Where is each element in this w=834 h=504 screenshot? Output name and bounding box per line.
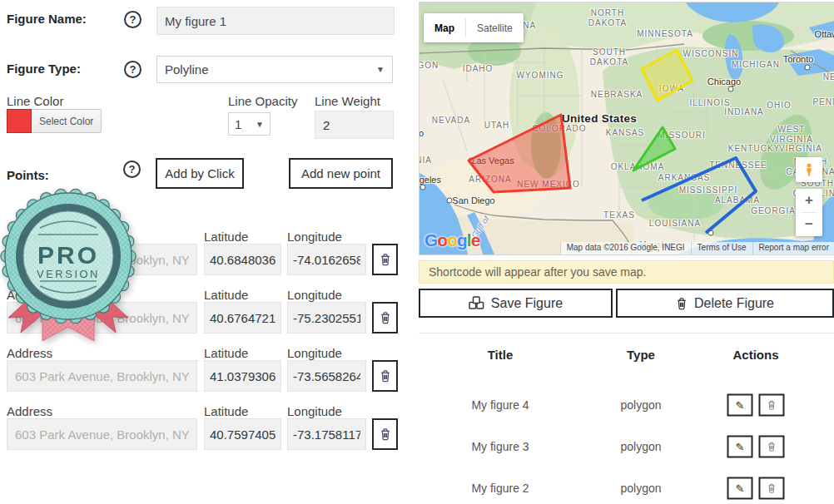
street-view-pegman-button[interactable] [796, 157, 822, 182]
points-label: Points: [7, 168, 49, 182]
select-color-label: Select Color [39, 116, 93, 127]
figure-type: polygon [620, 398, 661, 412]
address-label: Address [7, 404, 52, 418]
address-input[interactable] [7, 418, 197, 450]
shortcode-notice-text: Shortcode will appear after you save map… [429, 265, 646, 279]
point-row: Address Latitude Longitude [0, 230, 400, 288]
delete-point-button[interactable] [372, 360, 398, 392]
figure-type-label: Figure Type: [7, 62, 81, 76]
figure-type-help-icon[interactable]: ? [124, 61, 141, 78]
delete-figure-row-button[interactable] [759, 436, 785, 458]
save-figure-button[interactable]: Save Figure [419, 289, 613, 318]
delete-figure-row-button[interactable] [759, 477, 785, 500]
longitude-input[interactable] [287, 302, 366, 334]
latitude-label: Latitude [204, 404, 248, 418]
add-new-point-button[interactable]: Add new point [289, 158, 393, 189]
longitude-input[interactable] [287, 244, 366, 275]
edit-figure-button[interactable]: ✎ [727, 394, 753, 417]
figure-actions: ✎ [727, 477, 785, 500]
google-logo[interactable]: Google [424, 230, 479, 250]
figure-title: My figure 2 [471, 482, 529, 495]
line-weight-input[interactable] [315, 111, 394, 139]
longitude-input[interactable] [287, 360, 366, 392]
figure-name-input[interactable] [156, 7, 395, 35]
latitude-label: Latitude [204, 230, 248, 244]
color-swatch[interactable] [7, 109, 32, 133]
address-input[interactable] [7, 360, 197, 392]
figure-title: My figure 3 [471, 440, 529, 453]
column-header-title: Title [488, 348, 514, 362]
report-map-error-link[interactable]: Report a map error [752, 242, 834, 254]
latitude-input[interactable] [204, 418, 281, 450]
figure-type-value: Polyline [165, 62, 209, 77]
figure-type: polygon [620, 440, 661, 453]
figure-table-row: My figure 2 polygon ✎ [419, 476, 834, 501]
app-root: Figure Name: ? Figure Type: ? Polyline ▼… [0, 0, 834, 504]
longitude-label: Longitude [287, 288, 342, 302]
trash-icon [767, 400, 777, 411]
figure-title: My figure 4 [471, 398, 529, 412]
select-color-button[interactable]: Select Color [32, 109, 102, 133]
longitude-label: Longitude [287, 404, 342, 418]
latitude-input[interactable] [204, 302, 281, 334]
yellow-polygon[interactable] [642, 50, 693, 101]
address-label: Address [7, 346, 52, 360]
longitude-label: Longitude [287, 346, 342, 360]
red-polygon[interactable] [469, 115, 570, 192]
line-opacity-select[interactable]: 1 ▼ [228, 112, 271, 136]
delete-figure-button[interactable]: Delete Figure [616, 289, 834, 318]
line-weight-label: Line Weight [315, 94, 380, 108]
shortcode-notice: Shortcode will appear after you save map… [419, 260, 834, 284]
figure-type-select[interactable]: Polyline ▼ [156, 56, 393, 83]
delete-figure-row-button[interactable] [759, 394, 785, 417]
trash-icon [767, 483, 777, 494]
pencil-icon: ✎ [736, 400, 745, 411]
help-glyph: ? [129, 163, 136, 175]
trash-icon [380, 427, 391, 441]
address-label: Address [7, 230, 52, 244]
points-help-icon[interactable]: ? [123, 161, 141, 178]
trash-icon [676, 297, 688, 310]
blue-polyline[interactable] [642, 158, 756, 233]
pencil-icon: ✎ [736, 442, 745, 452]
google-logo-letter: e [471, 230, 480, 250]
delete-point-button[interactable] [372, 418, 398, 450]
point-row: Address Latitude Longitude [0, 404, 400, 462]
terms-of-use-link[interactable]: Terms of Use [691, 242, 752, 254]
delete-point-button[interactable] [372, 244, 398, 275]
google-logo-letter: o [437, 230, 447, 250]
chevron-down-icon: ▼ [256, 120, 264, 129]
edit-figure-button[interactable]: ✎ [727, 477, 753, 500]
delete-figure-label: Delete Figure [694, 296, 774, 311]
map-type-map-button[interactable]: Map [424, 13, 465, 42]
help-glyph: ? [130, 63, 137, 76]
google-logo-letter: g [457, 230, 467, 250]
figure-table-row: My figure 3 polygon ✎ [419, 434, 834, 459]
edit-figure-button[interactable]: ✎ [727, 436, 753, 458]
map-copyright: Map data ©2016 Google, INEGI [560, 242, 691, 254]
google-map[interactable]: MONTANANORTH DAKOTAMINNESOTASOUTH DAKOTA… [419, 2, 834, 255]
address-input[interactable] [7, 244, 197, 275]
add-by-click-label: Add by Click [165, 166, 234, 180]
map-type-control: Map Satellite [424, 13, 524, 42]
latitude-input[interactable] [204, 244, 281, 275]
address-input[interactable] [7, 302, 197, 334]
figure-name-help-icon[interactable]: ? [124, 11, 141, 28]
line-color-label: Line Color [7, 94, 63, 108]
map-type-satellite-button[interactable]: Satellite [466, 13, 524, 42]
latitude-input[interactable] [204, 360, 281, 392]
zoom-in-button[interactable]: + [796, 189, 822, 212]
green-polygon[interactable] [633, 127, 675, 170]
figure-actions: ✎ [727, 436, 785, 458]
column-header-type: Type [627, 348, 655, 362]
figure-actions: ✎ [727, 394, 785, 417]
point-row: Address Latitude Longitude [0, 346, 400, 404]
line-opacity-value: 1 [235, 117, 241, 131]
add-by-click-button[interactable]: Add by Click [156, 158, 244, 189]
pencil-icon: ✎ [736, 483, 745, 494]
add-new-point-label: Add new point [301, 166, 380, 180]
trash-icon [380, 369, 391, 383]
zoom-out-button[interactable]: − [796, 213, 822, 236]
delete-point-button[interactable] [372, 302, 398, 334]
longitude-input[interactable] [287, 418, 366, 450]
